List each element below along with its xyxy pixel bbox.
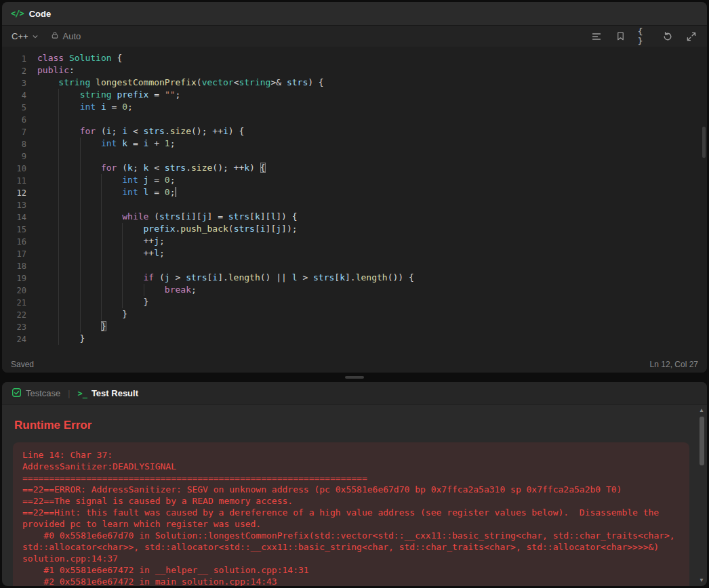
format-code-icon[interactable] [590,30,603,43]
indent-guide [80,259,81,272]
code-line[interactable]: 1class Solution { [2,52,707,64]
indent-guide [101,247,102,259]
code-line[interactable]: 2public: [2,64,707,77]
error-line: ==22==ERROR: AddressSanitizer: SEGV on u… [22,484,680,495]
line-number: 20 [2,284,26,296]
code-token: = [106,102,122,112]
code-token: string [58,77,90,87]
tab-test-result[interactable]: >_ Test Result [77,388,138,398]
code-line[interactable]: 14 while (strs[i][j] = strs[k][l]) { [2,211,707,223]
reset-code-icon[interactable] [662,30,674,43]
line-number: 6 [2,113,26,125]
code-token: k [127,163,133,173]
code-token: size [191,163,212,173]
code-token [37,321,101,331]
code-token: length [228,272,260,282]
code-line[interactable]: 8 int k = i + 1; [2,138,707,150]
code-token: int [80,102,96,112]
indent-guide [122,223,123,235]
error-box: Line 14: Char 37:AddressSanitizer:DEADLY… [13,442,689,586]
code-token: j [165,272,170,282]
code-line[interactable]: 5 int i = 0; [2,101,707,113]
auto-toggle[interactable]: Auto [51,31,81,41]
indent-guide [101,223,102,235]
line-number: 5 [2,101,26,113]
code-icon: </> [11,9,24,18]
code-line[interactable]: 9 [2,150,707,162]
line-number: 14 [2,211,26,223]
indent-guide [122,284,123,296]
terminal-icon: >_ [77,389,87,398]
line-number: 13 [2,198,26,211]
code-token: ]) { [276,211,297,222]
language-selector[interactable]: C++ [12,31,39,41]
code-token: [ [180,211,186,222]
code-token: break [165,285,191,295]
indent-guide [122,272,123,284]
indent-guide [101,211,102,223]
code-token: ; [159,236,165,246]
code-token: (); ++ [191,126,223,136]
code-line[interactable]: 22 } [2,308,707,320]
code-line[interactable]: 21 } [2,296,707,308]
tab-divider: | [68,389,70,398]
line-number: 18 [2,259,26,272]
code-line[interactable]: 16 ++j; [2,235,707,247]
code-line[interactable]: 23 } [2,320,707,333]
tab-testcase[interactable]: Testcase [12,387,60,400]
indent-guide [80,138,81,150]
code-line[interactable]: 7 for (i; i < strs.size(); ++i) { [2,125,707,138]
cursor-position[interactable]: Ln 12, Col 27 [650,360,698,369]
code-line[interactable]: 20 break; [2,284,707,296]
code-token: i [212,272,218,282]
code-line[interactable]: 3 string longestCommonPrefix(vector<stri… [2,77,707,89]
code-line[interactable]: 10 for (k; k < strs.size(); ++k) { [2,162,707,174]
code-token [37,138,101,148]
code-lines: 1class Solution {2public:3 string longes… [2,52,707,345]
code-line[interactable]: 24 } [2,333,707,345]
code-line[interactable]: 19 if (j > strs[i].length() || l > strs[… [2,272,707,284]
code-line[interactable]: 11 int j = 0; [2,174,707,186]
indent-guide [58,150,59,162]
indent-guide [101,272,102,284]
panel-resize-handle[interactable] [345,376,364,379]
editor-scrollbar-thumb[interactable] [702,127,706,158]
result-status-heading: Runtime Error [14,419,689,432]
code-token: : [69,65,75,75]
result-scrollbar-thumb[interactable] [700,417,704,465]
indent-guide [58,235,59,247]
line-content: } [37,308,127,320]
indent-guide [122,235,123,247]
code-line[interactable]: 13 [2,198,707,211]
code-token: ][ [266,224,277,234]
braces-icon[interactable]: { } [638,30,650,43]
indent-guide [80,284,81,296]
indent-guide [101,296,102,308]
tab-test-result-label: Test Result [92,388,138,398]
scroll-down-arrow[interactable]: ▼ [697,577,706,584]
code-editor-panel: </> Code C++ Auto [2,2,707,373]
code-line[interactable]: 12 int l = 0; [2,186,707,198]
code-line[interactable]: 17 ++l; [2,247,707,259]
code-token: = [148,175,164,185]
line-number: 2 [2,64,26,77]
line-content: int j = 0; [37,174,176,186]
code-editor[interactable]: 1class Solution {2public:3 string longes… [2,47,707,356]
indent-guide [58,113,59,125]
fullscreen-icon[interactable] [685,30,697,43]
code-token: ; [159,248,165,258]
code-token: 0 [165,175,170,185]
code-panel-header: </> Code [2,2,707,25]
code-line[interactable]: 15 prefix.push_back(strs[i][j]); [2,223,707,235]
code-line[interactable]: 6 [2,113,707,125]
code-line[interactable]: 18 [2,259,707,272]
code-token: ++ [37,236,154,246]
bookmark-icon[interactable] [614,30,626,43]
workspace: </> Code C++ Auto [0,0,709,588]
indent-guide [144,284,144,296]
code-line[interactable]: 4 string prefix = ""; [2,89,707,101]
scroll-up-arrow[interactable]: ▲ [697,407,706,414]
indent-guide [58,174,59,186]
line-content: if (j > strs[i].length() || l > strs[k].… [37,272,414,284]
code-token [37,224,144,234]
